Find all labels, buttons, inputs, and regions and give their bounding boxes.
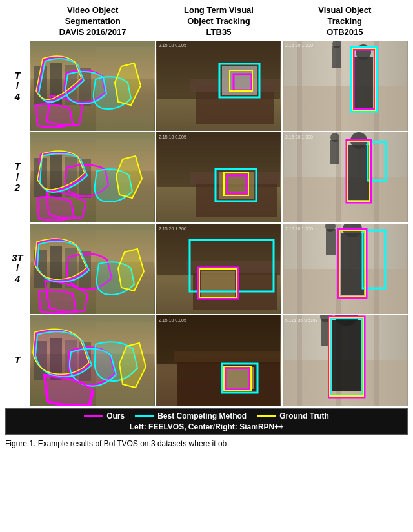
row-label-t4: T/4 xyxy=(5,41,30,132)
vos-cell-2 xyxy=(30,132,155,222)
svg-rect-47 xyxy=(297,132,302,222)
main-container: Video Object Segmentation DAVIS 2016/201… xyxy=(0,0,413,454)
svg-rect-50 xyxy=(330,140,339,164)
legend-ours: Ours xyxy=(84,411,125,420)
image-row-3: 2.15 20 1.300 xyxy=(30,224,408,314)
gt-line xyxy=(257,415,276,417)
svg-text:2.15  10 0.005: 2.15 10 0.005 xyxy=(159,43,186,48)
svg-rect-107 xyxy=(374,315,379,406)
svg-rect-110 xyxy=(332,320,361,391)
svg-rect-79 xyxy=(326,229,336,255)
grid-area: T/4 T/2 3T/4 T xyxy=(5,41,408,406)
svg-rect-23 xyxy=(354,57,373,108)
svg-text:2.15  20 1.300: 2.15 20 1.300 xyxy=(285,135,313,139)
legend: Ours Best Competing Method Ground Truth … xyxy=(5,408,408,435)
svg-rect-46 xyxy=(284,177,407,222)
ltb-cell-3: 2.15 20 1.300 xyxy=(156,224,281,314)
otb-cell-2: 2.15 20 1.300 xyxy=(283,132,408,222)
row-labels: T/4 T/2 3T/4 T xyxy=(5,41,30,406)
svg-rect-18 xyxy=(297,41,302,131)
column-headers: Video Object Segmentation DAVIS 2016/201… xyxy=(5,5,408,38)
vos-cell-1 xyxy=(30,41,155,131)
svg-rect-21 xyxy=(332,46,341,68)
svg-rect-17 xyxy=(284,86,407,131)
ltb-cell-2: 2.15 10 0.005 xyxy=(156,132,281,222)
row-label-3t4: 3T/4 xyxy=(5,223,30,315)
legend-row-1: Ours Best Competing Method Ground Truth xyxy=(11,411,402,420)
ltb-cell-1: 2.15 10 0.005 xyxy=(156,41,281,131)
image-row-4: 2.15 10 0.005 xyxy=(30,315,408,406)
vos-cell-4 xyxy=(30,315,155,406)
otb-cell-3: 2.15 20 1.300 xyxy=(283,224,408,314)
svg-rect-105 xyxy=(297,315,302,406)
col-header-otb: Visual Object Tracking OTB2015 xyxy=(282,5,408,38)
row-label-t: T xyxy=(5,314,30,406)
svg-rect-52 xyxy=(348,145,369,200)
image-row-1: 2.15 10 0.005 xyxy=(30,41,408,131)
legend-subtitle: Left: FEELVOS, Center/Right: SiamRPN++ xyxy=(130,422,283,431)
legend-row-2: Left: FEELVOS, Center/Right: SiamRPN++ xyxy=(11,422,402,431)
legend-best: Best Competing Method xyxy=(135,411,247,420)
row-label-spacer xyxy=(5,5,30,38)
image-grid: 2.15 10 0.005 xyxy=(30,41,408,406)
ours-line xyxy=(84,415,103,417)
vos-cell-3 xyxy=(30,224,155,314)
svg-rect-97 xyxy=(174,351,280,362)
svg-text:2.15  10 0.005: 2.15 10 0.005 xyxy=(159,135,186,139)
otb-cell-4: 5.121 35 0 5107 xyxy=(283,315,408,406)
legend-gt: Ground Truth xyxy=(257,411,329,420)
image-row-2: 2.15 10 0.005 xyxy=(30,132,408,222)
svg-text:2.15  20 1.300: 2.15 20 1.300 xyxy=(159,226,186,231)
svg-text:2.15  20 1.300: 2.15 20 1.300 xyxy=(285,226,313,231)
svg-text:2.15  20 1.300: 2.15 20 1.300 xyxy=(285,43,313,48)
col-header-ltb: Long Term Visual Object Tracking LTB35 xyxy=(156,5,281,38)
col-header-vos: Video Object Segmentation DAVIS 2016/201… xyxy=(30,5,156,38)
svg-rect-78 xyxy=(374,224,379,314)
caption: Figure 1. Example results of BoLTVOS on … xyxy=(5,438,408,449)
svg-rect-49 xyxy=(374,132,379,222)
row-label-t2: T/2 xyxy=(5,132,30,223)
svg-text:5.121  35 0 5107: 5.121 35 0 5107 xyxy=(285,318,318,322)
best-line xyxy=(135,415,154,417)
svg-text:2.15  10 0.005: 2.15 10 0.005 xyxy=(159,318,186,322)
svg-rect-69 xyxy=(201,271,235,297)
svg-rect-76 xyxy=(297,224,302,314)
otb-cell-1: 2.15 20 1.300 xyxy=(283,41,408,131)
svg-point-51 xyxy=(330,133,339,142)
svg-rect-81 xyxy=(341,233,364,295)
ltb-cell-4: 2.15 10 0.005 xyxy=(156,315,281,406)
